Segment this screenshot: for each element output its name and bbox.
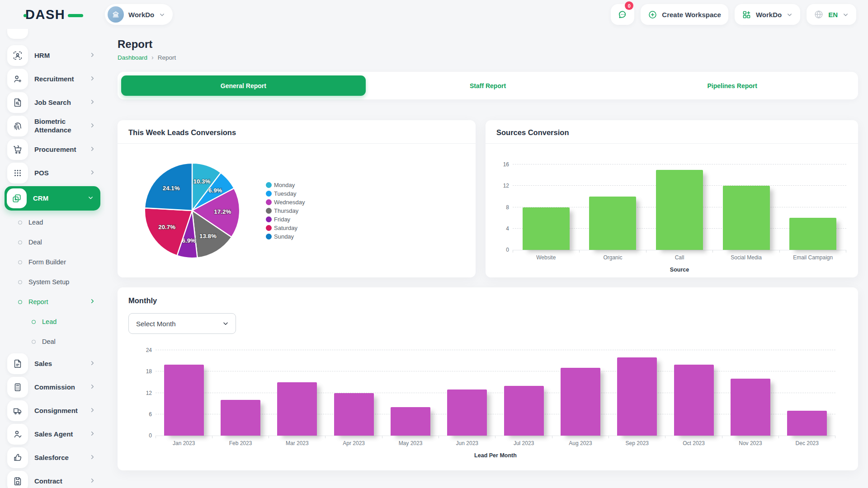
bar-call[interactable] xyxy=(656,170,703,250)
bar-may-2023[interactable] xyxy=(391,407,430,436)
sidebar-item-contract[interactable]: Contract xyxy=(6,471,100,488)
bar-sep-2023[interactable] xyxy=(617,357,657,436)
legend-item-tuesday[interactable]: Tuesday xyxy=(266,190,305,197)
bar-organic[interactable] xyxy=(589,197,636,250)
legend-item-saturday[interactable]: Saturday xyxy=(266,225,305,231)
bar-jul-2023[interactable] xyxy=(504,386,544,436)
sidebar-item-label: Job Search xyxy=(34,99,83,107)
chevron-right-icon xyxy=(89,454,96,462)
sidebar-item-deal[interactable]: Deal xyxy=(6,234,100,250)
workdo-menu-button[interactable]: WorkDo xyxy=(735,4,800,25)
legend-item-monday[interactable]: Monday xyxy=(266,182,305,188)
x-axis-category-label: Nov 2023 xyxy=(722,440,778,446)
sidebar-menu: HRMRecruitmentJob SearchBiometric Attend… xyxy=(6,45,100,488)
pie-slice-value-label: 17.2% xyxy=(214,208,231,215)
chevron-right-icon xyxy=(89,145,96,154)
bullet-circle-icon xyxy=(18,280,22,284)
sidebar-item-sales[interactable]: Sales xyxy=(6,353,100,374)
workspace-name: WorkDo xyxy=(128,11,154,19)
bar-slot xyxy=(552,350,609,436)
x-axis-category-label: Dec 2023 xyxy=(779,440,835,446)
sidebar-item-sales-agent[interactable]: Sales Agent xyxy=(6,424,100,445)
job-search-icon xyxy=(7,92,28,113)
language-selector[interactable]: EN xyxy=(807,4,856,25)
sidebar-item-pos[interactable]: POS xyxy=(6,163,100,183)
bar-email-campaign[interactable] xyxy=(789,218,836,250)
sidebar-item-job-search[interactable]: Job Search xyxy=(6,92,100,113)
bar-slot xyxy=(495,350,552,436)
app-logo[interactable]: DASH xyxy=(25,7,105,22)
bullet-circle-icon xyxy=(18,260,22,264)
bar-website[interactable] xyxy=(523,207,570,250)
sidebar-item-label: CRM xyxy=(33,194,81,203)
chevron-down-icon xyxy=(842,11,849,18)
sidebar-item-salesforce[interactable]: Salesforce xyxy=(6,447,100,468)
tab-general-report[interactable]: General Report xyxy=(121,75,366,96)
sidebar-item-system-setup[interactable]: System Setup xyxy=(6,274,100,290)
pie-legend: MondayTuesdayWednesdayThursdayFridaySatu… xyxy=(266,182,305,240)
month-select-value: Select Month xyxy=(136,320,176,328)
x-axis-category-label: Aug 2023 xyxy=(552,440,609,446)
sidebar-item-consignment[interactable]: Consignment xyxy=(6,400,100,421)
bar-dec-2023[interactable] xyxy=(787,411,827,436)
bar-feb-2023[interactable] xyxy=(221,400,260,436)
sidebar-item-label: Sales Agent xyxy=(34,430,83,439)
salesforce-icon xyxy=(7,447,28,468)
messages-button[interactable]: 0 xyxy=(611,4,634,25)
sidebar-item-crm[interactable]: CRM xyxy=(5,186,100,211)
sidebar-item-lead[interactable]: Lead xyxy=(6,314,100,330)
tab-staff-report[interactable]: Staff Report xyxy=(366,75,610,96)
x-axis-category-label: Email Campaign xyxy=(779,254,846,261)
legend-item-thursday[interactable]: Thursday xyxy=(266,207,305,214)
legend-dot-icon xyxy=(266,234,272,239)
bar-nov-2023[interactable] xyxy=(731,379,770,436)
chevron-right-icon xyxy=(89,75,96,84)
sidebar-item-label: HRM xyxy=(34,52,83,60)
create-workspace-label: Create Workspace xyxy=(662,11,721,19)
create-workspace-button[interactable]: Create Workspace xyxy=(641,4,728,25)
pie-slice-value-label: 6.9% xyxy=(182,237,196,244)
breadcrumb-separator: › xyxy=(151,54,154,61)
sidebar-item-lead[interactable]: Lead xyxy=(6,214,100,230)
sidebar-item-biometric-attendance[interactable]: Biometric Attendance xyxy=(6,116,100,136)
breadcrumb-dashboard-link[interactable]: Dashboard xyxy=(118,54,147,61)
sidebar-nav: HRMRecruitmentJob SearchBiometric Attend… xyxy=(0,29,105,488)
workspace-switcher[interactable]: WorkDo xyxy=(105,4,173,25)
legend-item-friday[interactable]: Friday xyxy=(266,216,305,223)
sidebar-item-commission[interactable]: Commission xyxy=(6,377,100,398)
bullet-circle-icon xyxy=(32,340,36,344)
pie-slice-value-label: 24.1% xyxy=(163,185,180,192)
main-content: Report Dashboard › Report General Report… xyxy=(105,29,868,488)
sidebar-subitem-label: Lead xyxy=(42,318,96,325)
bar-slot xyxy=(722,350,778,436)
legend-item-sunday[interactable]: Sunday xyxy=(266,233,305,240)
bar-social-media[interactable] xyxy=(723,186,770,250)
sidebar-item-recruitment[interactable]: Recruitment xyxy=(6,69,100,89)
chevron-right-icon xyxy=(89,169,96,178)
bar-jan-2023[interactable] xyxy=(164,365,204,436)
bar-slot xyxy=(439,350,495,436)
bar-oct-2023[interactable] xyxy=(674,365,714,436)
x-axis-category-label: Feb 2023 xyxy=(212,440,269,446)
month-select[interactable]: Select Month xyxy=(128,313,236,334)
biometric-icon xyxy=(7,116,28,136)
pie-slice-value-label: 20.7% xyxy=(158,224,175,230)
leads-pie-chart: 10.3%6.9%17.2%13.8%6.9%20.7%24.1% xyxy=(138,157,246,264)
leads-conversions-card: This Week Leads Conversions 10.3%6.9%17.… xyxy=(118,120,476,277)
bars-container xyxy=(513,164,846,250)
sidebar-item-report[interactable]: Report xyxy=(6,294,100,310)
logo-accent-dash xyxy=(68,14,83,17)
sidebar-item-form-builder[interactable]: Form Builder xyxy=(6,254,100,270)
bar-apr-2023[interactable] xyxy=(334,393,374,436)
bar-jun-2023[interactable] xyxy=(447,389,487,436)
sidebar-item-hrm[interactable]: HRM xyxy=(6,45,100,66)
chevron-down-icon xyxy=(786,11,793,18)
tab-pipelines-report[interactable]: Pipelines Report xyxy=(610,75,854,96)
bar-mar-2023[interactable] xyxy=(277,382,317,436)
messages-count-badge: 0 xyxy=(625,1,633,10)
bar-aug-2023[interactable] xyxy=(561,368,600,436)
sidebar-item-procurement[interactable]: Procurement xyxy=(6,139,100,160)
sidebar-item-deal[interactable]: Deal xyxy=(6,333,100,350)
legend-label: Thursday xyxy=(274,207,298,214)
legend-item-wednesday[interactable]: Wednesday xyxy=(266,199,305,206)
